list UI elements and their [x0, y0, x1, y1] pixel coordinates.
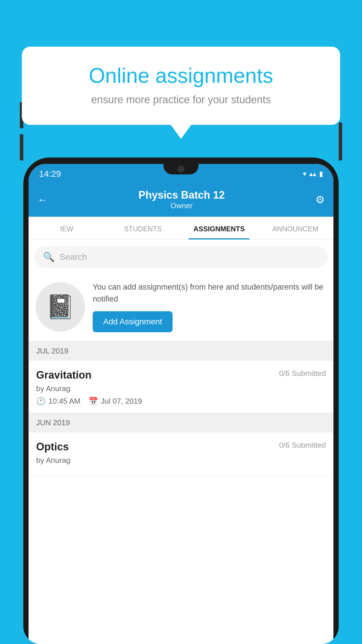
assignment-by: by Anurag	[36, 384, 326, 393]
month-header-jun: JUN 2019	[29, 413, 333, 433]
tab-students[interactable]: STUDENTS	[105, 217, 181, 239]
assignment-item-top: Gravitation 0/6 Submitted	[36, 369, 326, 381]
calendar-icon: 📅	[89, 397, 98, 406]
settings-icon[interactable]: ⚙	[315, 194, 325, 206]
search-bar[interactable]: 🔍 Search	[34, 246, 328, 268]
assignment-meta: 🕐 10:45 AM 📅 Jul 07, 2019	[36, 397, 326, 406]
assignment-date-value: Jul 07, 2019	[101, 397, 142, 406]
promo-section: Online assignments ensure more practice …	[22, 47, 340, 125]
tab-announcements[interactable]: ANNOUNCEM	[257, 217, 334, 239]
status-icons: ▾ ▴▴ ▮	[303, 170, 323, 178]
phone-frame: 14:29 ▾ ▴▴ ▮ ← Physics Batch 12 Owner ⚙ …	[23, 158, 339, 644]
phone-notch	[164, 164, 198, 174]
assignment-date: 📅 Jul 07, 2019	[89, 397, 142, 406]
tab-assignments[interactable]: ASSIGNMENTS	[181, 217, 257, 239]
assignment-info: You can add assignment(s) from here and …	[93, 281, 326, 332]
assignment-submitted: 0/6 Submitted	[279, 369, 326, 378]
add-assignment-button[interactable]: Add Assignment	[93, 311, 173, 332]
app-header: ← Physics Batch 12 Owner ⚙	[29, 184, 333, 217]
battery-icon: ▮	[319, 170, 323, 178]
content-area: 🔍 Search 📓 You can add assignment(s) fro…	[29, 240, 333, 644]
status-time: 14:29	[39, 169, 61, 179]
speech-bubble: Online assignments ensure more practice …	[22, 47, 340, 125]
front-camera	[178, 166, 184, 173]
clock-icon: 🕐	[36, 397, 45, 406]
phone-volume-down	[20, 134, 23, 160]
phone-screen: 14:29 ▾ ▴▴ ▮ ← Physics Batch 12 Owner ⚙ …	[29, 164, 333, 644]
assignment-name: Gravitation	[36, 369, 92, 381]
wifi-icon: ▾	[303, 170, 306, 178]
assignment-item-top-optics: Optics 0/6 Submitted	[36, 441, 326, 453]
search-placeholder: Search	[59, 252, 87, 262]
assignment-by-optics: by Anurag	[36, 456, 326, 465]
phone-power-button	[339, 123, 342, 160]
month-header-jul: JUL 2019	[29, 341, 333, 361]
batch-name: Physics Batch 12	[138, 189, 225, 201]
assignment-submitted-optics: 0/6 Submitted	[279, 441, 326, 450]
assignment-name-optics: Optics	[36, 441, 69, 453]
signal-icon: ▴▴	[309, 170, 316, 178]
tabs-bar: IEW STUDENTS ASSIGNMENTS ANNOUNCEM	[29, 217, 333, 240]
assignment-time: 🕐 10:45 AM	[36, 397, 80, 406]
tab-iew[interactable]: IEW	[29, 217, 105, 239]
search-icon: 🔍	[43, 251, 55, 262]
assignment-time-value: 10:45 AM	[48, 397, 80, 406]
assignment-illustration: 📓	[36, 282, 85, 332]
notebook-icon: 📓	[46, 293, 75, 321]
assignment-item-gravitation[interactable]: Gravitation 0/6 Submitted by Anurag 🕐 10…	[29, 361, 333, 413]
promo-title: Online assignments	[42, 64, 320, 87]
promo-subtitle: ensure more practice for your students	[42, 94, 320, 106]
add-assignment-panel: 📓 You can add assignment(s) from here an…	[29, 274, 333, 341]
assignment-item-optics[interactable]: Optics 0/6 Submitted by Anurag	[29, 433, 333, 476]
back-button[interactable]: ←	[37, 194, 48, 206]
header-title-block: Physics Batch 12 Owner	[138, 189, 225, 210]
user-role: Owner	[138, 201, 225, 210]
assignment-description: You can add assignment(s) from here and …	[93, 281, 326, 305]
